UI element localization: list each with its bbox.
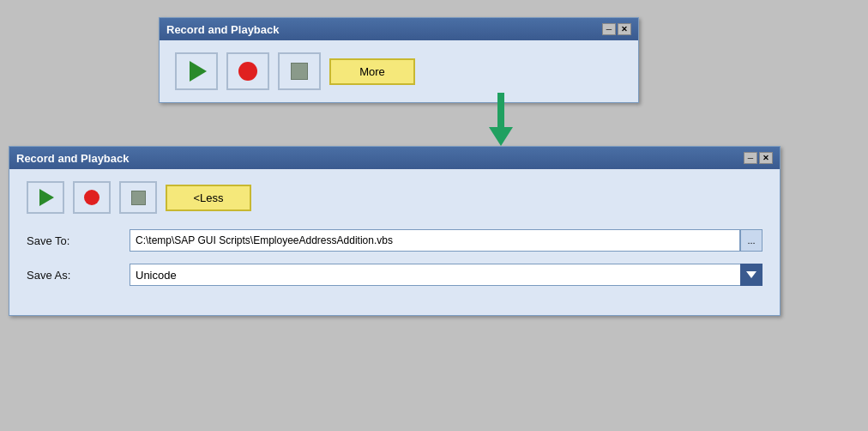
top-window-body: More (160, 40, 638, 102)
bottom-window: Record and Playback ─ ✕ <Less Sav (9, 146, 781, 316)
top-stop-button[interactable] (278, 52, 321, 90)
save-to-row: Save To: ... (27, 229, 763, 252)
bottom-window-titlebar: Record and Playback ─ ✕ (9, 147, 780, 169)
top-window-title: Record and Playback (166, 23, 280, 36)
record-icon (238, 62, 257, 81)
bottom-stop-button[interactable] (119, 181, 157, 214)
save-to-input-container: ... (130, 229, 763, 252)
bottom-record-button[interactable] (73, 181, 111, 214)
bottom-play-button[interactable] (27, 181, 64, 214)
expand-arrow (489, 93, 513, 146)
bottom-close-button[interactable]: ✕ (759, 152, 773, 164)
arrow-head (489, 127, 513, 146)
top-window-controls: ─ ✕ (602, 23, 631, 35)
top-record-button[interactable] (226, 52, 269, 90)
bottom-window-body: <Less Save To: ... Save As: Unicode ANSI… (9, 169, 780, 315)
save-as-select[interactable]: Unicode ANSI UTF-8 (130, 264, 763, 286)
save-to-label: Save To: (27, 234, 130, 247)
bottom-minimize-button[interactable]: ─ (744, 152, 757, 164)
top-minimize-button[interactable]: ─ (602, 23, 616, 35)
bottom-toolbar-row: <Less (27, 181, 251, 214)
save-to-input[interactable] (130, 229, 740, 252)
stop-icon (131, 191, 146, 205)
bottom-window-title: Record and Playback (16, 152, 130, 165)
less-button[interactable]: <Less (166, 185, 251, 211)
browse-button[interactable]: ... (740, 229, 763, 252)
save-as-label: Save As: (27, 269, 130, 282)
save-as-select-container: Unicode ANSI UTF-8 (130, 264, 763, 286)
top-close-button[interactable]: ✕ (618, 23, 631, 35)
top-window-titlebar: Record and Playback ─ ✕ (160, 18, 638, 40)
play-icon (190, 61, 207, 82)
bottom-window-controls: ─ ✕ (744, 152, 773, 164)
arrow-shaft (497, 93, 504, 127)
play-icon (39, 189, 54, 206)
stop-icon (291, 63, 308, 80)
record-icon (84, 190, 99, 205)
top-play-button[interactable] (175, 52, 218, 90)
more-button[interactable]: More (329, 58, 415, 85)
top-window: Record and Playback ─ ✕ More (159, 17, 639, 103)
save-as-row: Save As: Unicode ANSI UTF-8 (27, 264, 763, 286)
